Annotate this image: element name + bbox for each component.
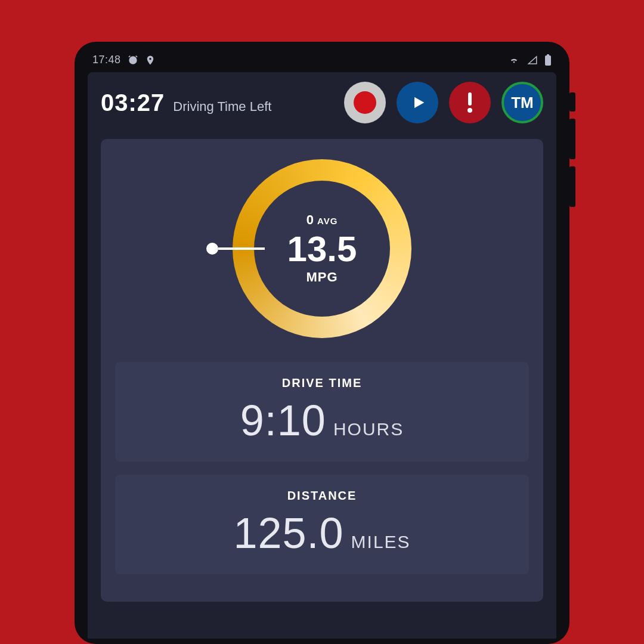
tablet-frame: 17:48 03:27 Driving Time Left (75, 42, 569, 644)
svg-rect-2 (468, 92, 472, 106)
location-icon (145, 54, 156, 66)
app-top-bar: 03:27 Driving Time Left TM (88, 72, 556, 134)
gauge-center: 0 AVG 13.5 MPG (254, 181, 390, 317)
battery-icon (544, 54, 552, 66)
driving-time-left: 03:27 Driving Time Left (101, 89, 271, 116)
distance-unit: MILES (351, 532, 411, 552)
dashboard-panel: 0 AVG 13.5 MPG DRIVE TIME 9:10 HOURS (101, 139, 543, 602)
play-button[interactable] (397, 82, 438, 123)
device-side-buttons (569, 92, 575, 214)
app-screen: 03:27 Driving Time Left TM (88, 72, 556, 639)
driving-time-left-value: 03:27 (101, 89, 165, 116)
record-icon (354, 91, 376, 114)
wifi-icon (507, 55, 521, 66)
user-avatar-initials: TM (511, 94, 534, 112)
record-button[interactable] (344, 82, 386, 123)
drive-time-unit: HOURS (333, 419, 404, 439)
distance-card: DISTANCE 125.0 MILES (115, 475, 529, 574)
alarm-icon (127, 54, 139, 66)
play-icon (410, 93, 427, 112)
drive-time-card: DRIVE TIME 9:10 HOURS (115, 362, 529, 462)
distance-title: DISTANCE (121, 489, 523, 503)
driving-time-left-label: Driving Time Left (173, 99, 271, 114)
gauge-main-value: 13.5 (287, 231, 357, 267)
user-avatar-button[interactable]: TM (501, 82, 543, 123)
exclamation-icon (466, 91, 473, 114)
signal-icon (527, 55, 538, 66)
gauge-avg-value: 0 (306, 212, 314, 228)
alert-button[interactable] (449, 82, 491, 123)
svg-rect-1 (547, 54, 549, 56)
gauge-avg-label: AVG (317, 216, 338, 226)
drive-time-value: 9:10 (240, 396, 326, 445)
svg-rect-0 (545, 55, 551, 66)
svg-point-3 (467, 108, 472, 113)
drive-time-title: DRIVE TIME (121, 376, 523, 390)
distance-value: 125.0 (233, 509, 343, 558)
status-bar: 17:48 (88, 54, 556, 72)
status-clock: 17:48 (92, 54, 121, 66)
mpg-gauge: 0 AVG 13.5 MPG (233, 159, 411, 338)
gauge-needle-icon (206, 243, 265, 255)
gauge-unit: MPG (306, 270, 338, 285)
